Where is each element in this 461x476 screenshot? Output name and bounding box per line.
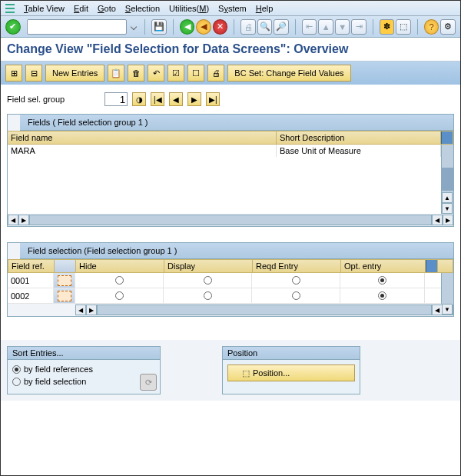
print-button[interactable]: 🖨 (240, 19, 256, 35)
cell-short-desc: Base Unit of Measure (277, 145, 441, 157)
grid-config-icon[interactable] (441, 131, 453, 144)
sort-by-ref-label: by field references (24, 364, 93, 374)
col-field-ref[interactable]: Field ref. (8, 260, 55, 272)
save-button[interactable]: 💾 (151, 19, 167, 35)
sort-group: Sort Entries... by field references by f… (7, 346, 161, 394)
expand-all-button[interactable]: ⊞ (5, 65, 22, 82)
next-page-button[interactable]: ▼ (335, 19, 350, 35)
print-list-button[interactable]: 🖨 (207, 65, 224, 82)
undo-button[interactable]: ↶ (148, 65, 164, 82)
scroll-right-inner-icon[interactable]: ▶ (18, 215, 29, 225)
back-button[interactable]: ◀ (180, 19, 195, 35)
first-button[interactable]: |◀ (151, 92, 164, 106)
deselect-button[interactable]: ☐ (187, 65, 204, 82)
scroll-left2-icon[interactable]: ◀ (432, 215, 443, 225)
last-button[interactable]: ▶| (206, 92, 220, 106)
delete-button[interactable]: 🗑 (128, 65, 144, 82)
dropdown-icon[interactable] (130, 23, 136, 29)
fields-grid-header: Field name Short Description (8, 131, 453, 145)
scroll-left-icon[interactable]: ◀ (8, 215, 18, 225)
radio-icon (12, 378, 21, 386)
value-help-button[interactable]: ◑ (132, 92, 146, 106)
exit-button[interactable]: ◀ (196, 19, 211, 35)
cell-field-name: MARA (8, 145, 277, 157)
field-selection-panel: Field selection (Field selection group 1… (7, 242, 454, 317)
position-icon: ⬚ (242, 368, 250, 378)
bc-set-button[interactable]: BC Set: Change Field Values (227, 65, 350, 82)
scroll-down-icon[interactable]: ▼ (442, 304, 453, 315)
field-sel-group-label: Field sel. group (7, 95, 65, 104)
scroll-right-inner-icon[interactable]: ▶ (86, 305, 97, 315)
grid-config-icon[interactable] (426, 260, 438, 272)
position-button[interactable]: ⬚ Position... (227, 364, 355, 381)
hscrollbar[interactable]: ◀ ▶ ◀ ▶ (75, 304, 453, 316)
col-field-name[interactable]: Field name (8, 131, 277, 144)
table-row[interactable]: MARA Base Unit of Measure (8, 145, 441, 157)
scroll-right-icon[interactable]: ▶ (443, 215, 453, 225)
enter-button[interactable]: ✔ (5, 19, 21, 35)
fields-panel: Fields ( Field selection group 1 ) Field… (7, 114, 454, 227)
prev-button[interactable]: ◀ (169, 92, 183, 106)
radio-opt[interactable] (340, 288, 425, 303)
menu-edit[interactable]: Edit (71, 3, 91, 14)
expand-icon[interactable] (54, 288, 75, 303)
col-opt[interactable]: Opt. entry (341, 260, 426, 272)
last-page-button[interactable]: ⇥ (351, 19, 366, 35)
radio-display[interactable] (164, 288, 252, 303)
radio-hide[interactable] (75, 273, 164, 288)
radio-display[interactable] (164, 273, 252, 288)
scroll-left2-icon[interactable]: ◀ (432, 305, 443, 315)
copy-button[interactable]: 📋 (108, 65, 124, 82)
next-button[interactable]: ▶ (187, 92, 201, 106)
app-icon (4, 2, 16, 15)
menu-table-view[interactable]: Table View (21, 3, 68, 14)
hscrollbar[interactable]: ◀ ▶ ◀ ▶ (8, 214, 453, 226)
cancel-button[interactable]: ✕ (213, 19, 228, 35)
menu-system[interactable]: System (215, 3, 250, 14)
find-button[interactable]: 🔍 (257, 19, 273, 35)
col-short-desc[interactable]: Short Description (277, 131, 441, 144)
select-all-button[interactable]: ☑ (167, 65, 184, 82)
help-button[interactable]: ? (424, 19, 439, 35)
table-row[interactable]: 0002 (8, 288, 441, 304)
toolbar: ✔ 💾 ◀ ◀ ✕ 🖨 🔍 🔎 ⇤ ▲ ▼ ⇥ ✽ ⬚ ? ⚙ (1, 16, 460, 38)
vscrollbar[interactable]: ▲ ▼ (441, 273, 453, 304)
fields-grid-body: MARA Base Unit of Measure ▲ ▼ (8, 145, 453, 214)
table-row[interactable]: 0001 (8, 273, 441, 288)
command-field[interactable] (27, 19, 127, 35)
vscrollbar[interactable]: ▲ ▼ (441, 145, 453, 214)
radio-opt[interactable] (340, 273, 425, 288)
new-entries-button[interactable]: New Entries (45, 65, 104, 82)
refresh-button[interactable]: ⟳ (140, 374, 157, 391)
sel-grid-header: Field ref. Hide Display Reqd Entry Opt. … (8, 259, 453, 273)
col-icon[interactable] (55, 260, 76, 272)
collapse-all-button[interactable]: ⊟ (25, 65, 42, 82)
layout-button[interactable]: ⚙ (440, 19, 456, 35)
menu-goto[interactable]: Goto (95, 3, 119, 14)
app-toolbar: ⊞ ⊟ New Entries 📋 🗑 ↶ ☑ ☐ 🖨 BC Set: Chan… (1, 62, 460, 85)
sort-by-sel[interactable]: by field selection (12, 377, 155, 386)
first-page-button[interactable]: ⇤ (302, 19, 317, 35)
field-sel-group-input[interactable] (104, 92, 128, 106)
col-display[interactable]: Display (164, 260, 253, 272)
col-hide[interactable]: Hide (76, 260, 164, 272)
shortcut-button[interactable]: ⬚ (396, 19, 411, 35)
radio-icon (12, 365, 21, 374)
col-reqd[interactable]: Reqd Entry (253, 260, 341, 272)
radio-reqd[interactable] (252, 273, 340, 288)
scroll-left-icon[interactable]: ◀ (75, 305, 86, 315)
menu-selection[interactable]: Selection (122, 3, 163, 14)
sort-by-ref[interactable]: by field references (12, 364, 155, 374)
new-session-button[interactable]: ✽ (380, 19, 395, 35)
cell-field-ref: 0001 (8, 273, 54, 288)
radio-reqd[interactable] (252, 288, 340, 303)
scroll-up-icon[interactable]: ▲ (442, 192, 453, 203)
find-next-button[interactable]: 🔎 (274, 19, 289, 35)
menu-utilities[interactable]: Utilities(M) (166, 3, 212, 14)
menu-help[interactable]: Help (253, 3, 277, 14)
expand-icon[interactable] (54, 273, 75, 288)
fields-panel-title: Fields ( Field selection group 1 ) (20, 115, 453, 131)
radio-hide[interactable] (75, 288, 164, 303)
scroll-down-icon[interactable]: ▼ (442, 203, 453, 214)
prev-page-button[interactable]: ▲ (318, 19, 333, 35)
